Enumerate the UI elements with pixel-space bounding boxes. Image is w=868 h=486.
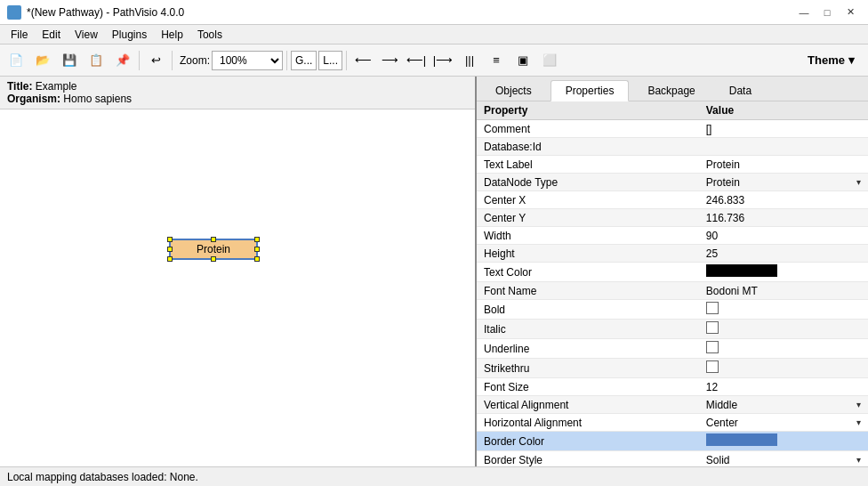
table-row[interactable]: Width90 (477, 227, 868, 245)
minimize-button[interactable]: — (793, 4, 815, 21)
value-cell[interactable]: 90 (699, 227, 868, 245)
value-cell[interactable] (699, 339, 868, 359)
property-cell: Border Color (477, 432, 699, 451)
table-row[interactable]: Text LabelProtein (477, 156, 868, 174)
property-checkbox[interactable] (706, 302, 719, 314)
toolbar-l-dropdown[interactable]: L... (318, 51, 342, 70)
value-cell[interactable]: 25 (699, 245, 868, 263)
property-checkbox[interactable] (706, 360, 719, 373)
handle-bottom-middle[interactable] (211, 256, 216, 262)
toolbar-align-right[interactable]: ⟶ (377, 48, 402, 73)
toolbar-open[interactable]: 📂 (30, 48, 55, 73)
color-swatch-black[interactable] (706, 264, 777, 277)
table-row[interactable]: Strikethru (477, 359, 868, 378)
dropdown-value[interactable]: Center▾ (706, 417, 861, 429)
color-swatch-blue[interactable] (706, 433, 777, 446)
menu-plugins[interactable]: Plugins (105, 27, 154, 43)
toolbar: 📄 📂 💾 📋 📌 ↩ Zoom: 100% 75% 50% 150% 200%… (0, 45, 868, 77)
property-checkbox[interactable] (706, 321, 719, 334)
handle-middle-left[interactable] (167, 247, 173, 252)
status-bar: Local mapping databases loaded: None. (0, 466, 868, 486)
value-cell[interactable]: 12 (699, 378, 868, 396)
value-cell[interactable] (699, 138, 868, 156)
protein-node[interactable]: Protein (160, 234, 267, 264)
toolbar-align-bottom[interactable]: |⟶ (430, 48, 455, 73)
table-row[interactable]: Bold (477, 300, 868, 320)
table-row[interactable]: Underline (477, 339, 868, 359)
value-cell[interactable]: 116.736 (699, 209, 868, 227)
menu-file[interactable]: File (4, 27, 35, 43)
value-cell[interactable] (699, 359, 868, 378)
toolbar-align-left[interactable]: ⟵ (350, 48, 375, 73)
value-cell[interactable] (699, 300, 868, 320)
title-value: Example (36, 80, 77, 93)
toolbar-copy[interactable]: 📋 (84, 48, 108, 73)
toolbar-distribute-h[interactable]: ||| (457, 48, 482, 73)
toolbar-extra1[interactable]: ▣ (510, 48, 535, 73)
theme-button[interactable]: Theme ▾ (798, 48, 864, 73)
property-cell: Database:Id (477, 138, 699, 156)
table-row[interactable]: Comment[] (477, 120, 868, 138)
tab-data[interactable]: Data (714, 80, 767, 101)
property-checkbox[interactable] (706, 341, 719, 353)
table-row[interactable]: Font Size12 (477, 378, 868, 396)
table-row[interactable]: Text Color (477, 263, 868, 282)
table-row[interactable]: Center Y116.736 (477, 209, 868, 227)
table-row[interactable]: Border StyleSolid▾ (477, 451, 868, 467)
handle-top-right[interactable] (254, 237, 260, 242)
dropdown-value[interactable]: Protein▾ (706, 176, 861, 189)
handle-top-left[interactable] (167, 237, 173, 242)
protein-rect[interactable]: Protein (169, 239, 258, 260)
protein-label: Protein (197, 243, 230, 255)
col-value: Value (699, 101, 868, 120)
value-cell[interactable]: [] (699, 120, 868, 138)
value-cell[interactable]: Protein▾ (699, 174, 868, 191)
maximize-button[interactable]: □ (816, 4, 838, 21)
value-cell[interactable]: Middle▾ (699, 396, 868, 414)
value-cell[interactable]: 246.833 (699, 191, 868, 209)
handle-bottom-left[interactable] (167, 256, 173, 262)
table-row[interactable]: Database:Id (477, 138, 868, 156)
tab-backpage[interactable]: Backpage (632, 80, 710, 101)
dropdown-value[interactable]: Middle▾ (706, 399, 861, 411)
tab-properties[interactable]: Properties (551, 80, 630, 101)
toolbar-new[interactable]: 📄 (4, 48, 28, 73)
toolbar-separator-3 (286, 51, 287, 70)
table-row[interactable]: DataNode TypeProtein▾ (477, 174, 868, 191)
toolbar-save[interactable]: 💾 (57, 48, 82, 73)
app-icon (7, 5, 21, 20)
value-cell[interactable] (699, 432, 868, 451)
value-cell[interactable]: Bodoni MT (699, 282, 868, 300)
close-button[interactable]: ✕ (840, 4, 861, 21)
table-row[interactable]: Center X246.833 (477, 191, 868, 209)
property-cell: Horizontal Alignment (477, 414, 699, 432)
tab-objects[interactable]: Objects (480, 80, 547, 101)
table-row[interactable]: Font NameBodoni MT (477, 282, 868, 300)
value-cell[interactable]: Solid▾ (699, 451, 868, 467)
table-row[interactable]: Horizontal AlignmentCenter▾ (477, 414, 868, 432)
canvas-content[interactable]: Protein (0, 109, 475, 466)
toolbar-g-dropdown[interactable]: G... (291, 51, 317, 70)
table-row[interactable]: Vertical AlignmentMiddle▾ (477, 396, 868, 414)
toolbar-extra2[interactable]: ⬜ (537, 48, 562, 73)
table-row[interactable]: Italic (477, 320, 868, 339)
toolbar-undo[interactable]: ↩ (143, 48, 168, 73)
zoom-select[interactable]: 100% 75% 50% 150% 200% (212, 51, 283, 70)
value-cell[interactable]: Protein (699, 156, 868, 174)
menu-view[interactable]: View (68, 27, 105, 43)
table-row[interactable]: Height25 (477, 245, 868, 263)
dropdown-value[interactable]: Solid▾ (706, 454, 861, 466)
handle-bottom-right[interactable] (254, 256, 260, 262)
menu-edit[interactable]: Edit (35, 27, 68, 43)
menu-help[interactable]: Help (154, 27, 190, 43)
value-cell[interactable]: Center▾ (699, 414, 868, 432)
toolbar-distribute-v[interactable]: ≡ (484, 48, 509, 73)
value-cell[interactable] (699, 263, 868, 282)
menu-tools[interactable]: Tools (190, 27, 229, 43)
toolbar-paste[interactable]: 📌 (110, 48, 135, 73)
value-cell[interactable] (699, 320, 868, 339)
handle-middle-right[interactable] (254, 247, 260, 252)
table-row[interactable]: Border Color (477, 432, 868, 451)
toolbar-align-top[interactable]: ⟵| (404, 48, 429, 73)
handle-top-middle[interactable] (211, 237, 216, 242)
